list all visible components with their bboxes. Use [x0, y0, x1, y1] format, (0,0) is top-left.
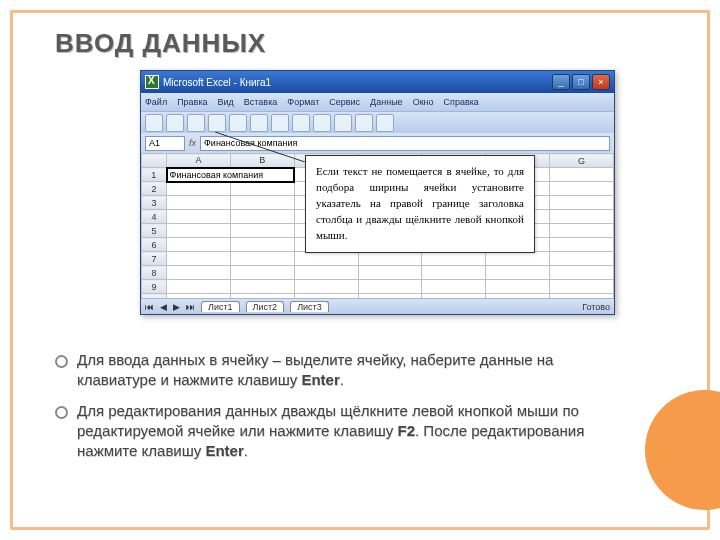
sheet-tab-1[interactable]: Лист1: [201, 301, 240, 312]
menu-help[interactable]: Справка: [444, 97, 479, 107]
menu-view[interactable]: Вид: [218, 97, 234, 107]
row-header[interactable]: 3: [142, 196, 167, 210]
fx-icon[interactable]: fx: [189, 138, 196, 148]
formula-bar: A1 fx Финансовая компания: [141, 133, 614, 153]
toolbar-chart-icon[interactable]: [376, 114, 394, 132]
toolbar: [141, 111, 614, 133]
toolbar-sort-icon[interactable]: [355, 114, 373, 132]
bullet-list: Для ввода данных в ячейку – выделите яче…: [55, 350, 590, 471]
select-all-corner[interactable]: [142, 154, 167, 168]
menu-format[interactable]: Формат: [287, 97, 319, 107]
menu-file[interactable]: Файл: [145, 97, 167, 107]
row-header[interactable]: 2: [142, 182, 167, 196]
row-header[interactable]: 4: [142, 210, 167, 224]
window-titlebar: Microsoft Excel - Книга1 _ □ ×: [141, 71, 614, 93]
row-header[interactable]: 6: [142, 238, 167, 252]
sheet-tab-3[interactable]: Лист3: [290, 301, 329, 312]
menu-window[interactable]: Окно: [413, 97, 434, 107]
row-header[interactable]: 9: [142, 280, 167, 294]
toolbar-copy-icon[interactable]: [250, 114, 268, 132]
toolbar-paste-icon[interactable]: [271, 114, 289, 132]
row-header[interactable]: 10: [142, 294, 167, 299]
nav-last-icon[interactable]: ⏭: [186, 302, 195, 312]
menu-edit[interactable]: Правка: [177, 97, 207, 107]
excel-app-icon: [145, 75, 159, 89]
menu-data[interactable]: Данные: [370, 97, 403, 107]
slide-title: ВВОД ДАННЫХ: [55, 28, 266, 59]
toolbar-undo-icon[interactable]: [292, 114, 310, 132]
bullet-item-2: Для редактирования данных дважды щёлкнит…: [55, 401, 590, 462]
callout-pointer-line: [215, 132, 305, 162]
callout-box: Если текст не помещается в ячейке, то дл…: [305, 155, 535, 253]
row-header[interactable]: 7: [142, 252, 167, 266]
col-header-g[interactable]: G: [550, 154, 614, 168]
row-header[interactable]: 5: [142, 224, 167, 238]
minimize-button[interactable]: _: [552, 74, 570, 90]
nav-next-icon[interactable]: ▶: [173, 302, 180, 312]
status-bar: ⏮ ◀ ▶ ⏭ Лист1 Лист2 Лист3 Готово: [141, 298, 614, 314]
close-button[interactable]: ×: [592, 74, 610, 90]
row-header[interactable]: 1: [142, 168, 167, 182]
toolbar-save-icon[interactable]: [187, 114, 205, 132]
toolbar-sum-icon[interactable]: [334, 114, 352, 132]
menu-tools[interactable]: Сервис: [329, 97, 360, 107]
name-box[interactable]: A1: [145, 136, 185, 151]
status-text: Готово: [582, 302, 610, 312]
toolbar-redo-icon[interactable]: [313, 114, 331, 132]
menu-bar: Файл Правка Вид Вставка Формат Сервис Да…: [141, 93, 614, 111]
nav-prev-icon[interactable]: ◀: [160, 302, 167, 312]
svg-line-0: [215, 132, 305, 162]
toolbar-new-icon[interactable]: [145, 114, 163, 132]
menu-insert[interactable]: Вставка: [244, 97, 277, 107]
toolbar-open-icon[interactable]: [166, 114, 184, 132]
bullet-item-1: Для ввода данных в ячейку – выделите яче…: [55, 350, 590, 391]
toolbar-cut-icon[interactable]: [229, 114, 247, 132]
row-header[interactable]: 8: [142, 266, 167, 280]
cell-a1[interactable]: Финансовая компания: [167, 168, 295, 182]
toolbar-print-icon[interactable]: [208, 114, 226, 132]
sheet-tab-2[interactable]: Лист2: [246, 301, 285, 312]
window-buttons: _ □ ×: [552, 74, 610, 90]
window-title-text: Microsoft Excel - Книга1: [163, 77, 552, 88]
nav-first-icon[interactable]: ⏮: [145, 302, 154, 312]
maximize-button[interactable]: □: [572, 74, 590, 90]
